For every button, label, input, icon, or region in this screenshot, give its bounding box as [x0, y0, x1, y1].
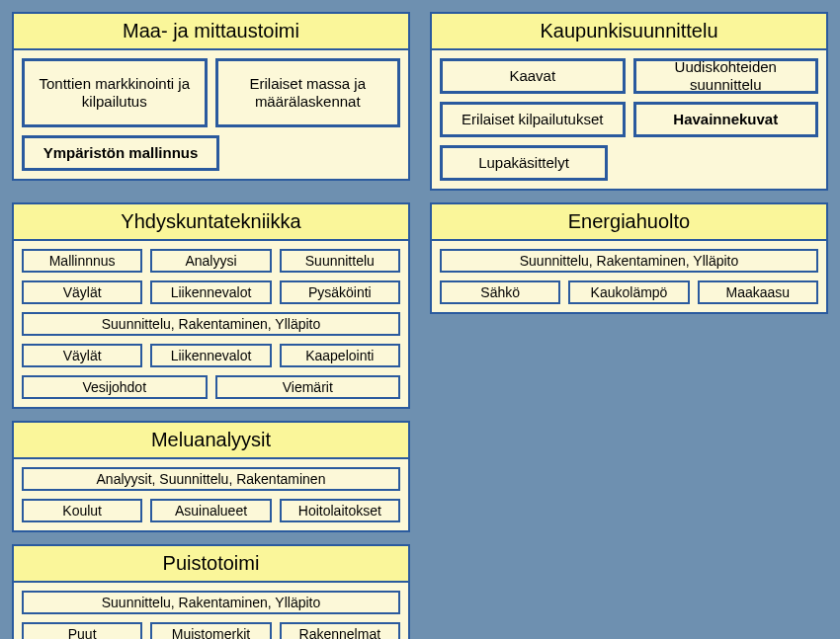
chip-koulut: Koulut — [22, 499, 142, 522]
card-yhdyskuntatekniikka: Yhdyskuntatekniikka Mallinnnus Analyysi … — [12, 202, 410, 409]
chip-vesijohdot: Vesijohdot — [22, 375, 208, 399]
chip-mallinnus: Mallinnnus — [22, 249, 142, 273]
chip-havainne: Havainnekuvat — [633, 102, 819, 137]
card-title: Energiahuolto — [432, 204, 826, 241]
card-meluanalyysit: Meluanalyysit Analyysit, Suunnittelu, Ra… — [12, 421, 410, 532]
chip-sry: Suunnittelu, Rakentaminen, Ylläpito — [22, 591, 400, 614]
chip-vaylat-1: Väylät — [22, 280, 142, 304]
chip-vaylat-2: Väylät — [22, 344, 142, 367]
card-kaupunkisuunnittelu: Kaupunkisuunnittelu Kaavat Uudiskohteide… — [430, 12, 828, 191]
chip-maakaasu: Maakaasu — [698, 280, 818, 304]
card-title: Yhdyskuntatekniikka — [14, 204, 408, 241]
chip-kauko: Kaukolämpö — [568, 280, 689, 304]
card-title: Kaupunkisuunnittelu — [432, 14, 826, 50]
chip-liikennevalot-2: Liikennevalot — [150, 344, 271, 367]
chip-massa: Erilaiset massa ja määrälaskennat — [215, 58, 401, 127]
chip-asr: Analyysit, Suunnittelu, Rakentaminen — [22, 467, 400, 491]
chip-sahko: Sähkö — [440, 280, 560, 304]
chip-kilpailu: Erilaiset kilpailutukset — [440, 102, 626, 137]
diagram-grid: Maa- ja mittaustoimi Tonttien markkinoin… — [12, 12, 828, 639]
chip-uudis: Uudiskohteiden suunnittelu — [633, 58, 819, 94]
chip-sry: Suunnittelu, Rakentaminen, Ylläpito — [440, 249, 818, 273]
chip-tonttien: Tonttien markkinointi ja kilpailutus — [22, 58, 208, 127]
chip-rakenn: Rakennelmat — [280, 622, 400, 639]
chip-kaavat: Kaavat — [440, 58, 626, 94]
card-maa-mittaustoimi: Maa- ja mittaustoimi Tonttien markkinoin… — [12, 12, 410, 181]
card-energiahuolto: Energiahuolto Suunnittelu, Rakentaminen,… — [430, 202, 828, 314]
card-puistotoimi: Puistotoimi Suunnittelu, Rakentaminen, Y… — [12, 544, 410, 639]
chip-liikennevalot-1: Liikennevalot — [150, 280, 271, 304]
chip-sry: Suunnittelu, Rakentaminen, Ylläpito — [22, 312, 400, 336]
chip-hoito: Hoitolaitokset — [280, 499, 400, 522]
chip-asuin: Asuinalueet — [150, 499, 271, 522]
chip-analyysi: Analyysi — [150, 249, 271, 273]
card-title: Maa- ja mittaustoimi — [14, 14, 408, 50]
card-title: Meluanalyysit — [14, 423, 408, 459]
chip-viemarit: Viemärit — [215, 375, 401, 399]
chip-ymparisto: Ympäristön mallinnus — [22, 135, 219, 171]
card-title: Puistotoimi — [14, 546, 408, 583]
chip-lupa: Lupakäsittelyt — [440, 145, 608, 181]
chip-kaapelointi: Kaapelointi — [280, 344, 400, 367]
chip-puut: Puut — [22, 622, 142, 639]
chip-muisto: Muistomerkit — [150, 622, 271, 639]
chip-pysakointi: Pysäköinti — [280, 280, 400, 304]
chip-suunnittelu: Suunnittelu — [280, 249, 400, 273]
